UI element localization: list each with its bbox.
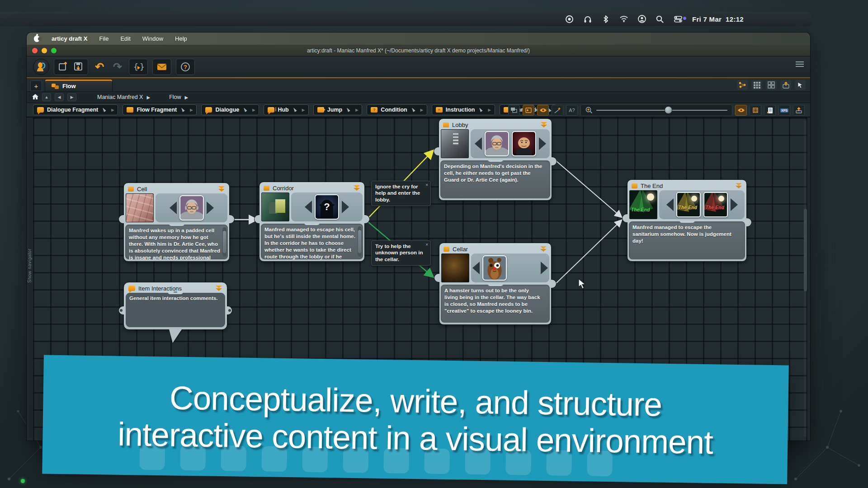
control-center-icon[interactable] — [674, 15, 682, 23]
close-icon[interactable]: × — [425, 242, 428, 248]
apple-menu-icon[interactable] — [34, 36, 40, 42]
breadcrumb-page[interactable]: Flow — [169, 94, 181, 100]
menu-edit[interactable]: Edit — [120, 35, 130, 42]
grid-chip-icon[interactable] — [750, 105, 761, 116]
collapse-chevron-icon[interactable] — [735, 183, 742, 188]
node-text-panel[interactable]: ••• Manfred wakes up in a padded cell wi… — [125, 225, 228, 259]
prev-speaker-icon[interactable] — [170, 202, 177, 214]
next-speaker-icon[interactable] — [541, 262, 548, 274]
connection-label-lobby[interactable]: Ignore the cry for help and enter the lo… — [371, 181, 431, 206]
prev-speaker-icon[interactable] — [305, 201, 312, 213]
flow-frame-icon[interactable] — [523, 105, 534, 116]
next-speaker-icon[interactable] — [207, 202, 214, 214]
flow-node-the-end[interactable]: The End The End The End — [627, 179, 747, 262]
menu-file[interactable]: File — [99, 35, 108, 42]
home-icon[interactable] — [32, 94, 38, 101]
panel-grip[interactable]: ••• — [488, 285, 503, 286]
palette-hub[interactable]: Hub▶ — [264, 104, 308, 115]
palette-dialogue[interactable]: Dialogue▶ — [201, 104, 259, 115]
lobby-thumbnail[interactable] — [441, 129, 469, 158]
menu-help[interactable]: Help — [175, 35, 187, 42]
palette-dialogue-fragment[interactable]: Dialogue Fragment▶ — [33, 104, 118, 115]
flow-node-cellar[interactable]: Cellar ••• A hamster turns ou — [439, 243, 552, 325]
connection-label-cellar[interactable]: Try to help the unknown person in the ce… — [371, 240, 431, 266]
cell-thumbnail[interactable] — [126, 193, 154, 222]
ending-thumbnail-red[interactable]: The End — [703, 192, 728, 217]
user-profile-button[interactable] — [33, 59, 49, 75]
help-button[interactable]: ? — [179, 61, 192, 73]
wifi-icon[interactable] — [620, 15, 628, 23]
panel-grip[interactable]: ••• — [488, 160, 503, 162]
palette-jump[interactable]: Jump▶ — [313, 104, 363, 115]
presentation-view-icon[interactable] — [508, 105, 520, 116]
route-pointer-icon[interactable] — [552, 105, 563, 116]
pointer-tool-icon[interactable] — [795, 80, 806, 90]
record-icon[interactable] — [566, 15, 574, 23]
menu-window[interactable]: Window — [142, 35, 163, 42]
portrait-unknown[interactable]: ? — [315, 194, 339, 220]
collapse-chevron-icon[interactable] — [215, 286, 222, 291]
collapse-chevron-icon[interactable] — [540, 122, 547, 127]
nav-forward-button[interactable]: ▶ — [67, 93, 76, 101]
palette-condition[interactable]: ? Condition▶ — [367, 104, 427, 115]
breadcrumb-project[interactable]: Maniac Manfred X — [97, 94, 143, 100]
ending-thumbnail-green[interactable]: The End — [629, 190, 657, 219]
portrait-guard[interactable] — [512, 131, 536, 156]
corridor-thumbnail[interactable] — [261, 192, 289, 221]
next-speaker-icon[interactable] — [539, 137, 546, 150]
node-text-panel[interactable]: ••• Manfred managed to escape the sanita… — [629, 221, 745, 259]
preview-eye-icon[interactable] — [537, 105, 549, 116]
node-text-panel[interactable]: ••• A hamster turns out to be the only l… — [441, 285, 550, 323]
prev-ending-icon[interactable] — [666, 198, 674, 211]
large-grid-view-icon[interactable] — [766, 80, 777, 90]
export-xps-icon[interactable]: XPS — [778, 105, 790, 116]
palette-flow-fragment[interactable]: Flow Fragment▶ — [123, 104, 197, 115]
undo-button[interactable]: ↶ — [93, 61, 106, 73]
show-navigator-label[interactable]: Show navigator — [27, 249, 32, 283]
search-icon[interactable] — [656, 15, 664, 23]
text-scrollbar[interactable] — [358, 226, 362, 257]
flow-node-lobby[interactable]: Lobby ••• — [439, 118, 552, 201]
spellcheck-icon[interactable]: A? — [566, 105, 578, 116]
new-document-button[interactable] — [57, 61, 70, 73]
account-icon[interactable] — [638, 15, 646, 23]
new-tab-button[interactable]: + — [30, 80, 42, 91]
node-text-panel[interactable]: ••• Depending on Manfred's decision in t… — [440, 160, 550, 198]
tab-flow[interactable]: Flow — [45, 80, 113, 91]
panel-grip[interactable]: ••• — [168, 291, 183, 294]
comment-node-item-interactions[interactable]: Item Interactions ••• General item inter… — [123, 282, 227, 330]
prev-speaker-icon[interactable] — [472, 262, 480, 274]
save-button[interactable] — [72, 61, 85, 73]
prev-speaker-icon[interactable] — [475, 137, 482, 150]
visibility-eye-icon[interactable] — [735, 105, 747, 116]
small-grid-view-icon[interactable] — [751, 80, 762, 90]
menu-app-name[interactable]: articy draft X — [52, 35, 87, 42]
zoom-slider[interactable] — [596, 110, 727, 111]
zoom-slider-handle[interactable] — [665, 106, 672, 114]
nav-back-button[interactable]: ◀ — [55, 93, 64, 101]
nav-up-button[interactable]: ▲ — [42, 93, 51, 101]
cellar-thumbnail[interactable] — [441, 253, 469, 282]
panel-grip[interactable]: ••• — [304, 224, 320, 225]
node-text-panel[interactable]: ••• Manfred managed to escape his cell, … — [261, 224, 363, 259]
collapse-chevron-icon[interactable] — [540, 246, 547, 252]
upload-icon[interactable] — [793, 105, 805, 116]
next-ending-icon[interactable] — [731, 198, 738, 211]
flow-node-cell[interactable]: Cell ••• Manfred wakes up in a padded ce… — [123, 183, 230, 262]
portrait-hamster[interactable] — [482, 255, 507, 281]
next-speaker-icon[interactable] — [342, 201, 349, 213]
ending-thumbnail-yellow[interactable]: The End — [676, 192, 701, 217]
panel-grip[interactable]: ••• — [169, 225, 184, 226]
palette-instruction[interactable]: = Instruction▶ — [432, 104, 495, 115]
headphones-icon[interactable] — [584, 15, 592, 23]
mail-button[interactable] — [155, 61, 169, 73]
flow-node-corridor[interactable]: Corridor ? ••• Manfred manag — [259, 182, 365, 262]
portrait-dr-artie-cee[interactable] — [179, 195, 204, 221]
comment-text-panel[interactable]: ••• General item interaction comments. — [126, 293, 225, 327]
bluetooth-icon[interactable] — [602, 15, 610, 23]
portrait-dr-artie-cee[interactable] — [485, 131, 509, 156]
collapse-chevron-icon[interactable] — [353, 185, 360, 191]
clock[interactable]: Fri 7 Mar 12:12 — [692, 15, 744, 23]
close-icon[interactable]: × — [425, 183, 428, 188]
script-braces-button[interactable]: {} — [132, 61, 145, 73]
